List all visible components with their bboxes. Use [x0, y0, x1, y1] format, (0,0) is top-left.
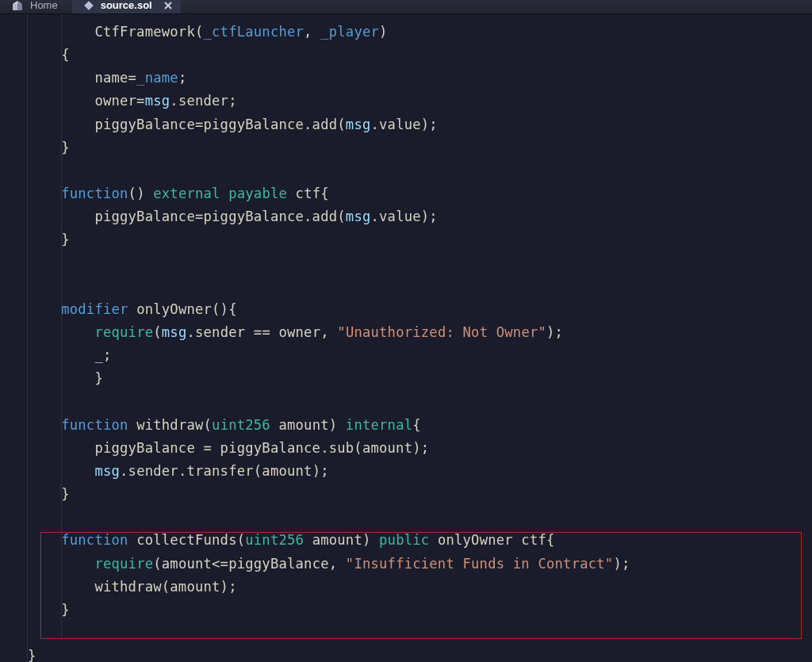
- indent-guide: [61, 14, 62, 639]
- code-line: }: [0, 483, 812, 506]
- solidity-file-icon: [83, 0, 94, 11]
- code-line: CtfFramework(_ctfLauncher, _player): [0, 21, 812, 44]
- svg-marker-3: [17, 4, 22, 10]
- code-line: function collectFunds(uint256 amount) pu…: [0, 529, 812, 552]
- code-line: [0, 159, 812, 182]
- code-line: }: [0, 645, 812, 662]
- svg-marker-2: [13, 4, 17, 10]
- code-line: piggyBalance=piggyBalance.add(msg.value)…: [0, 113, 812, 136]
- code-line: _;: [0, 344, 812, 367]
- code-line: }: [0, 136, 812, 159]
- code-line: require(amount<=piggyBalance, "Insuffici…: [0, 553, 812, 576]
- tab-home[interactable]: Home: [0, 0, 72, 13]
- code-line: [0, 391, 812, 414]
- svg-marker-4: [84, 1, 94, 10]
- code-line: [0, 622, 812, 645]
- svg-marker-0: [13, 1, 17, 4]
- code-line: require(msg.sender == owner, "Unauthoriz…: [0, 321, 812, 344]
- code-line: function() external payable ctf{: [0, 182, 812, 205]
- code-container: CtfFramework(_ctfLauncher, _player) { na…: [0, 21, 812, 662]
- code-line: piggyBalance = piggyBalance.sub(amount);: [0, 437, 812, 460]
- svg-marker-1: [17, 1, 22, 4]
- code-line: [0, 275, 812, 298]
- code-line: {: [0, 44, 812, 67]
- code-line: name=_name;: [0, 67, 812, 90]
- indent-guide: [27, 14, 28, 662]
- code-line: withdraw(amount);: [0, 576, 812, 599]
- tab-home-label: Home: [30, 0, 58, 11]
- code-line: [0, 252, 812, 275]
- home-icon: [11, 0, 24, 12]
- code-editor[interactable]: CtfFramework(_ctfLauncher, _player) { na…: [0, 14, 812, 662]
- tab-source-label: source.sol: [101, 0, 152, 11]
- code-line: msg.sender.transfer(amount);: [0, 460, 812, 483]
- code-line: }: [0, 228, 812, 251]
- tab-bar: Home source.sol: [0, 0, 812, 14]
- code-line: }: [0, 599, 812, 622]
- code-line: }: [0, 367, 812, 390]
- code-line: function withdraw(uint256 amount) intern…: [0, 414, 812, 437]
- close-icon[interactable]: [163, 1, 173, 10]
- code-line: owner=msg.sender;: [0, 90, 812, 113]
- code-line: [0, 506, 812, 529]
- code-line: modifier onlyOwner(){: [0, 298, 812, 321]
- tab-source[interactable]: source.sol: [72, 0, 181, 13]
- code-line: piggyBalance=piggyBalance.add(msg.value)…: [0, 205, 812, 228]
